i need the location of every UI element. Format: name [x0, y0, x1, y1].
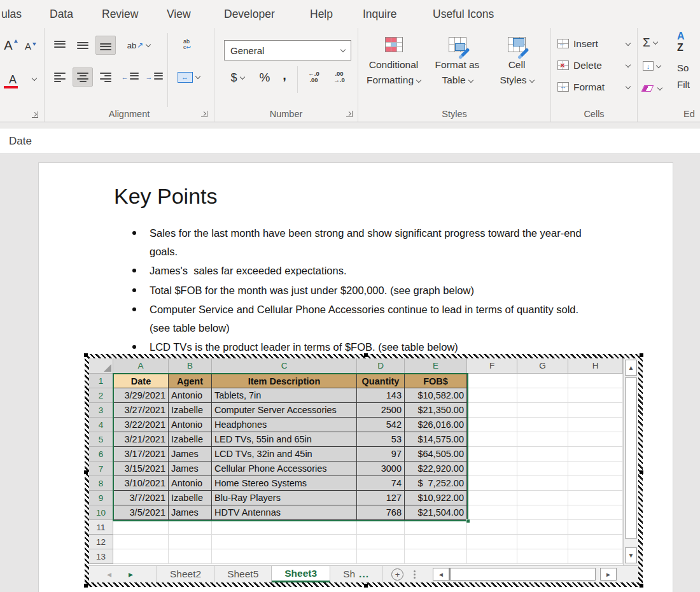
cell-E9[interactable]: $10,922.00: [405, 491, 467, 505]
resize-handle[interactable]: [640, 584, 643, 588]
cell-A7[interactable]: 3/15/2021: [113, 462, 169, 476]
row-header-4[interactable]: 4: [89, 418, 113, 432]
sheet-tab-sheet2[interactable]: Sheet2: [157, 566, 214, 582]
cell-F12[interactable]: [467, 535, 517, 549]
row-header-2[interactable]: 2: [89, 388, 113, 403]
cell-C8[interactable]: Home Stereo Systems: [212, 476, 357, 491]
menu-tab-useful-icons[interactable]: Useful Icons: [433, 0, 494, 28]
cell-B11[interactable]: [169, 520, 212, 535]
cell-G3[interactable]: [517, 403, 568, 418]
cell-E6[interactable]: $64,505.00: [405, 447, 467, 462]
cell-C9[interactable]: Blu-Ray Players: [212, 491, 357, 505]
cell-H6[interactable]: [568, 447, 623, 462]
decrease-indent-button[interactable]: ←: [118, 67, 141, 87]
cell-B8[interactable]: Antonio: [169, 476, 212, 491]
menu-tab-view[interactable]: View: [167, 0, 191, 28]
clear-button[interactable]: [643, 85, 662, 92]
align-left-button[interactable]: [50, 67, 70, 87]
percent-style-button[interactable]: %: [255, 67, 274, 88]
fill-button[interactable]: ↓: [643, 61, 661, 71]
cell-A5[interactable]: 3/21/2021: [113, 432, 169, 447]
cell-C5[interactable]: LED TVs, 55in and 65in: [212, 432, 357, 447]
cell-D3[interactable]: 2500: [357, 403, 405, 418]
column-header-H[interactable]: H: [568, 358, 623, 374]
insert-cells-button[interactable]: ← Insert: [557, 35, 633, 52]
row-header-5[interactable]: 5: [89, 432, 113, 447]
sheet-tab-sheet5[interactable]: Sheet5: [214, 566, 272, 582]
scroll-down-button[interactable]: ▼: [625, 547, 637, 563]
cell-E10[interactable]: $21,504.00: [405, 505, 467, 520]
cell-G10[interactable]: [517, 505, 568, 520]
cell-F10[interactable]: [467, 505, 517, 520]
top-align-button[interactable]: [50, 36, 70, 55]
cell-D11[interactable]: [357, 520, 405, 535]
sheet-tab-sheet3-active[interactable]: Sheet3: [272, 566, 330, 582]
menu-tab-developer[interactable]: Developer: [224, 0, 275, 28]
cell-C7[interactable]: Cellular Phone Accessories: [212, 462, 357, 476]
cell-G5[interactable]: [517, 432, 568, 447]
row-header-3[interactable]: 3: [89, 403, 113, 418]
vertical-scrollbar[interactable]: ▲ ▼: [623, 358, 638, 565]
cell-F11[interactable]: [467, 520, 517, 535]
resize-handle[interactable]: [364, 584, 368, 588]
cell-C11[interactable]: [212, 520, 357, 535]
cell-G7[interactable]: [517, 462, 568, 476]
cell-A1[interactable]: Date: [113, 374, 169, 388]
cell-A6[interactable]: 3/17/2021: [113, 447, 169, 462]
decrease-decimal-button[interactable]: .00 →.0: [328, 66, 351, 88]
cell-E8[interactable]: $ 7,252.00: [405, 476, 467, 491]
cell-D2[interactable]: 143: [357, 388, 405, 403]
row-header-8[interactable]: 8: [89, 476, 113, 491]
cell-H8[interactable]: [568, 476, 623, 491]
cell-G13[interactable]: [517, 549, 568, 564]
cell-B4[interactable]: Antonio: [169, 418, 212, 432]
row-header-12[interactable]: 12: [89, 535, 113, 549]
cell-A8[interactable]: 3/10/2021: [113, 476, 169, 491]
resize-handle[interactable]: [640, 353, 643, 357]
number-format-dropdown[interactable]: General: [224, 40, 351, 60]
cell-B9[interactable]: Izabelle: [169, 491, 212, 505]
select-all-corner[interactable]: [89, 358, 113, 374]
cell-D10[interactable]: 768: [357, 505, 405, 520]
row-header-9[interactable]: 9: [89, 491, 113, 505]
merge-center-button[interactable]: ↔: [171, 67, 206, 87]
cell-B13[interactable]: [169, 549, 212, 564]
column-header-F[interactable]: F: [467, 358, 517, 374]
cell-G6[interactable]: [517, 447, 568, 462]
comma-style-button[interactable]: ,: [277, 65, 292, 85]
cell-A9[interactable]: 3/7/2021: [113, 491, 169, 505]
horizontal-scroll-thumb[interactable]: [449, 568, 596, 581]
cell-E4[interactable]: $26,016.00: [405, 418, 467, 432]
new-sheet-button[interactable]: +: [391, 568, 403, 581]
cell-E5[interactable]: $14,575.00: [405, 432, 467, 447]
vertical-scroll-thumb[interactable]: [625, 377, 637, 539]
increase-font-size-button[interactable]: A: [1, 36, 20, 55]
column-header-A[interactable]: A: [113, 358, 169, 374]
cell-A2[interactable]: 3/29/2021: [113, 388, 169, 403]
next-sheet-button[interactable]: ▸: [129, 566, 133, 582]
cell-D6[interactable]: 97: [357, 447, 405, 462]
resize-handle[interactable]: [364, 353, 368, 357]
increase-indent-button[interactable]: →: [143, 67, 165, 87]
middle-align-button[interactable]: [73, 36, 93, 55]
cell-C12[interactable]: [212, 535, 357, 549]
cell-F5[interactable]: [467, 432, 517, 447]
cell-G1[interactable]: [517, 374, 568, 388]
cell-F6[interactable]: [467, 447, 517, 462]
menu-tab-data[interactable]: Data: [50, 0, 73, 28]
name-box[interactable]: Date: [9, 135, 32, 148]
autosum-button[interactable]: Σ: [643, 36, 657, 50]
column-header-C[interactable]: C: [212, 358, 357, 374]
cell-F2[interactable]: [467, 388, 517, 403]
cell-D12[interactable]: [357, 535, 405, 549]
cell-H11[interactable]: [568, 520, 623, 535]
wrap-text-button[interactable]: ab c↩: [173, 33, 201, 56]
cell-D4[interactable]: 542: [357, 418, 405, 432]
cell-E11[interactable]: [405, 520, 467, 535]
bottom-align-button[interactable]: [95, 36, 116, 55]
hscroll-right-button[interactable]: ►: [600, 568, 617, 581]
row-header-7[interactable]: 7: [89, 462, 113, 476]
conditional-formatting-button[interactable]: ConditionalFormatting: [363, 33, 424, 108]
orientation-button[interactable]: ab ↗: [122, 36, 155, 55]
increase-decimal-button[interactable]: ←.0 .00: [302, 66, 325, 88]
